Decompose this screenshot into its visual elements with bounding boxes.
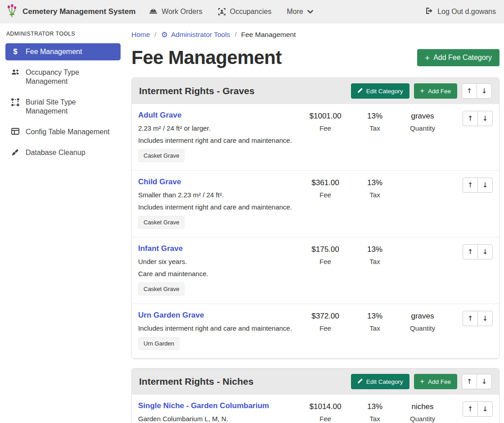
people-icon — [11, 68, 20, 76]
plus-icon: + — [425, 54, 430, 62]
breadcrumb-admin-tools-link[interactable]: ⚙ Administrator Tools — [161, 31, 230, 39]
fee-description: Includes interment right and care and ma… — [138, 324, 298, 332]
add-fee-category-label: Add Fee Category — [433, 54, 492, 62]
sidebar-item-database-cleanup[interactable]: Database Cleanup — [5, 144, 121, 161]
nav-item-occupancies[interactable]: Occupancies — [218, 8, 272, 16]
category-title: Interment Rights - Niches — [139, 376, 351, 387]
move-fee-up-button[interactable]: ↑ — [463, 177, 478, 193]
edit-category-label: Edit Category — [366, 378, 403, 385]
gear-icon: ⚙ — [161, 31, 168, 39]
quantity-label: Quantity — [397, 124, 448, 132]
tax-label: Tax — [352, 415, 397, 423]
fee-name-link[interactable]: Child Grave — [138, 177, 181, 186]
fee-row: Urn Garden Grave Includes interment righ… — [132, 304, 499, 359]
fee-name-link[interactable]: Single Niche - Garden Columbarium — [138, 401, 269, 410]
breadcrumb-admin-tools-label: Administrator Tools — [171, 31, 230, 39]
logout-icon — [425, 7, 433, 17]
tax-label: Tax — [352, 124, 397, 132]
fee-amount-label: Fee — [298, 191, 352, 199]
main-content: Home / ⚙ Administrator Tools / Fee Manag… — [126, 23, 504, 423]
tax-rate: 13% — [352, 312, 397, 321]
tax-label: Tax — [352, 258, 397, 265]
quantity-label: Quantity — [397, 324, 448, 332]
plus-icon: + — [420, 87, 424, 95]
add-fee-category-button[interactable]: + Add Fee Category — [417, 49, 500, 66]
move-category-down-button[interactable]: ↓ — [477, 374, 492, 389]
tax-label: Tax — [352, 191, 397, 199]
fee-description: Includes interment right and care and ma… — [138, 136, 298, 144]
edit-category-label: Edit Category — [366, 88, 403, 95]
breadcrumb-separator: / — [154, 31, 156, 39]
quantity-unit: niches — [397, 402, 448, 411]
logout-link[interactable]: Log Out d.gowans — [425, 7, 496, 17]
fee-reorder-group: ↑ ↓ — [463, 111, 493, 126]
tax-rate: 13% — [352, 178, 397, 187]
move-fee-down-button[interactable]: ↓ — [477, 177, 493, 193]
edit-category-button[interactable]: Edit Category — [351, 83, 410, 99]
edit-category-button[interactable]: Edit Category — [351, 374, 410, 389]
fee-row: Infant Grave Under six years. Care and m… — [132, 237, 499, 304]
sidebar-heading: ADMINISTRATOR TOOLS — [6, 31, 121, 37]
breadcrumb-home-link[interactable]: Home — [131, 31, 150, 39]
fee-tag: Casket Grave — [138, 149, 184, 162]
nav-label-more: More — [287, 8, 303, 16]
move-fee-up-button[interactable]: ↑ — [463, 311, 478, 326]
fee-description: Care and maintenance. — [138, 270, 298, 277]
nav-item-more[interactable]: More — [287, 8, 313, 16]
sidebar: ADMINISTRATOR TOOLS $ Fee Management Occ… — [0, 23, 126, 423]
category-reorder-group: ↑ ↓ — [462, 83, 492, 99]
move-category-up-button[interactable]: ↑ — [462, 83, 477, 99]
fee-row: Adult Grave 2.23 m² / 24 ft² or larger. … — [132, 104, 499, 171]
fee-amount: $1014.00 — [298, 402, 352, 411]
hard-hat-icon — [149, 8, 158, 16]
pencil-icon — [357, 378, 363, 385]
move-fee-up-button[interactable]: ↑ — [463, 244, 478, 259]
sidebar-item-fee-management[interactable]: $ Fee Management — [5, 43, 121, 60]
move-category-up-button[interactable]: ↑ — [462, 374, 477, 389]
nav-label-occupancies: Occupancies — [230, 8, 272, 16]
sidebar-item-label: Database Cleanup — [26, 148, 86, 157]
brand[interactable]: Cemetery Management System — [6, 4, 135, 20]
add-fee-button[interactable]: + Add Fee — [414, 83, 457, 99]
category-reorder-group: ↑ ↓ — [462, 374, 492, 389]
fee-amount-label: Fee — [298, 258, 352, 265]
fee-amount: $372.00 — [298, 312, 352, 321]
category-list: Interment Rights - Graves Edit Category … — [131, 77, 500, 423]
dollar-icon: $ — [11, 48, 20, 56]
tax-label: Tax — [352, 324, 397, 332]
move-fee-down-button[interactable]: ↓ — [477, 311, 493, 326]
nav-label-work-orders: Work Orders — [162, 8, 202, 16]
fee-name-link[interactable]: Infant Grave — [138, 244, 183, 253]
fee-amount-label: Fee — [298, 324, 352, 332]
sidebar-item-label: Config Table Management — [26, 127, 110, 136]
move-fee-up-button[interactable]: ↑ — [463, 401, 478, 417]
add-fee-button[interactable]: + Add Fee — [414, 374, 457, 389]
move-category-down-button[interactable]: ↓ — [477, 83, 492, 99]
broom-icon — [11, 149, 20, 156]
fee-reorder-group: ↑ ↓ — [463, 311, 493, 326]
move-fee-down-button[interactable]: ↓ — [477, 401, 493, 417]
fee-name-link[interactable]: Adult Grave — [138, 111, 181, 120]
fee-amount: $175.00 — [298, 245, 352, 254]
fee-amount: $1001.00 — [298, 112, 352, 121]
fee-name-link[interactable]: Urn Garden Grave — [138, 311, 204, 320]
fee-reorder-group: ↑ ↓ — [463, 401, 493, 417]
move-fee-up-button[interactable]: ↑ — [463, 111, 478, 126]
tax-rate: 13% — [352, 402, 397, 411]
brand-title: Cemetery Management System — [22, 7, 135, 16]
occupancy-badge-icon — [218, 8, 226, 16]
fee-description: Under six years. — [138, 258, 298, 265]
tulip-logo-icon — [6, 4, 18, 20]
fee-row: Single Niche - Garden Columbarium Garden… — [132, 395, 499, 423]
sidebar-item-config-table-management[interactable]: Config Table Management — [5, 123, 121, 141]
move-fee-down-button[interactable]: ↓ — [477, 111, 493, 126]
quantity-unit: graves — [397, 312, 448, 321]
fee-amount-label: Fee — [298, 124, 352, 132]
move-fee-down-button[interactable]: ↓ — [477, 244, 493, 259]
sidebar-item-burial-site-type-management[interactable]: Burial Site Type Management — [5, 94, 121, 120]
sidebar-item-occupancy-type-management[interactable]: Occupancy Type Management — [5, 64, 121, 90]
nav-item-work-orders[interactable]: Work Orders — [149, 8, 202, 16]
sidebar-item-label: Burial Site Type Management — [26, 98, 115, 116]
plus-icon: + — [420, 378, 424, 385]
fee-tag: Casket Grave — [138, 216, 184, 229]
